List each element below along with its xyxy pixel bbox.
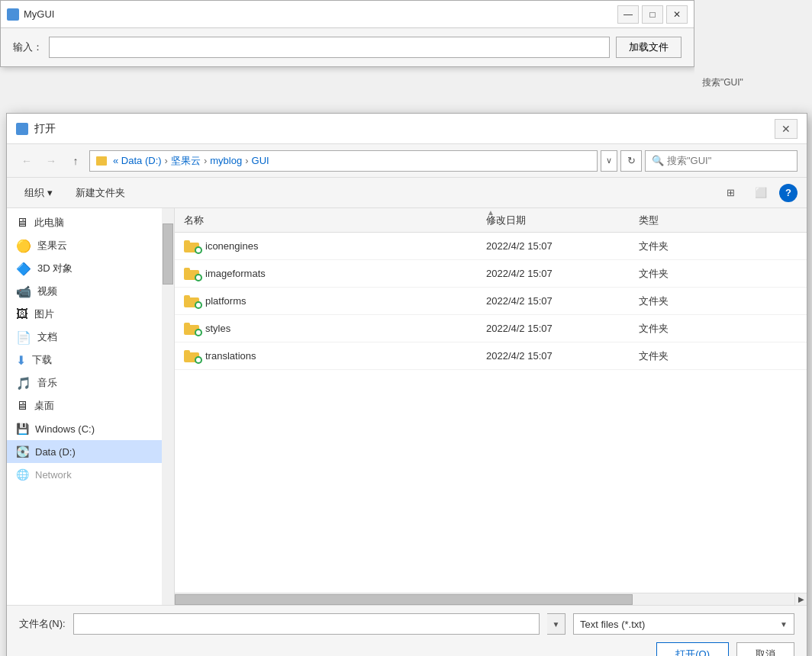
file-cell-name-platforms: platforms <box>175 295 480 307</box>
bottom-row-filename: 文件名(N): ▼ Text files (*.txt) ▼ <box>19 613 794 635</box>
col-header-type[interactable]: 类型 <box>633 214 724 227</box>
table-row[interactable]: platforms 2022/4/2 15:07 文件夹 <box>175 288 807 315</box>
folder-icon-platforms <box>184 295 199 307</box>
mygui-window: MyGUI — □ ✕ 输入： 加载文件 <box>0 0 694 67</box>
mygui-titlebar: MyGUI — □ ✕ <box>1 1 694 28</box>
organize-btn[interactable]: 组织 ▾ <box>16 183 61 203</box>
search-icon: 🔍 <box>652 155 664 166</box>
horizontal-scrollbar[interactable]: ▶ <box>175 593 807 605</box>
pane-btn[interactable]: ⬜ <box>749 182 773 204</box>
mygui-input[interactable] <box>49 37 610 58</box>
left-panel-scrollbar[interactable] <box>162 208 174 605</box>
dialog-titlebar: 打开 ✕ <box>7 114 807 144</box>
video-icon: 📹 <box>16 285 31 299</box>
network-icon: 🌐 <box>16 468 29 481</box>
mygui-close-btn[interactable]: ✕ <box>666 5 688 24</box>
mygui-input-label: 输入： <box>13 40 43 54</box>
desktop-icon: 🖥 <box>16 399 28 413</box>
file-date-styles: 2022/4/2 15:07 <box>480 323 633 334</box>
dialog-title: 打开 <box>34 122 56 136</box>
sidebar-item-jianguoyun[interactable]: 🟡 坚果云 <box>7 234 174 257</box>
mygui-titlebar-btns: — □ ✕ <box>617 5 688 24</box>
file-type-translations: 文件夹 <box>633 349 724 363</box>
dialog-title-icon <box>16 123 28 135</box>
sidebar-label-jianguoyun: 坚果云 <box>37 239 67 252</box>
sidebar-label-drive-d: Data (D:) <box>35 446 76 458</box>
dialog-close-btn[interactable]: ✕ <box>775 119 798 139</box>
file-date-imageformats: 2022/4/2 15:07 <box>480 268 633 279</box>
view-mode-btn[interactable]: ⊞ <box>718 182 743 204</box>
sidebar-item-video[interactable]: 📹 视频 <box>7 280 174 303</box>
scroll-up-arrow: ▲ <box>487 208 495 217</box>
filename-label: 文件名(N): <box>19 617 66 631</box>
left-panel: 🖥 此电脑 🟡 坚果云 🔷 3D 对象 📹 视频 <box>7 208 175 605</box>
breadcrumb-folder-icon <box>96 156 107 166</box>
mygui-minimize-btn[interactable]: — <box>617 5 639 24</box>
breadcrumb-gui[interactable]: GUI <box>252 155 269 166</box>
filetype-select[interactable]: Text files (*.txt) ▼ <box>573 613 794 635</box>
csdn-search-label: 搜索"GUI" <box>702 76 804 89</box>
table-row[interactable]: styles 2022/4/2 15:07 文件夹 <box>175 315 807 342</box>
sidebar-label-music: 音乐 <box>37 376 57 390</box>
col-header-name[interactable]: 名称 <box>175 214 480 227</box>
filename-dropdown-btn[interactable]: ▼ <box>547 613 566 635</box>
nav-back-btn[interactable]: ← <box>16 150 37 172</box>
nav-forward-btn[interactable]: → <box>40 150 62 172</box>
this-pc-icon: 🖥 <box>16 216 28 230</box>
nav-up-btn[interactable]: ↑ <box>65 150 86 172</box>
table-row[interactable]: imageformats 2022/4/2 15:07 文件夹 <box>175 260 807 288</box>
help-btn[interactable]: ? <box>779 184 798 202</box>
sidebar-item-downloads[interactable]: ⬇ 下载 <box>7 349 174 371</box>
sidebar-item-music[interactable]: 🎵 音乐 <box>7 371 174 394</box>
h-scroll-right-btn[interactable]: ▶ <box>794 593 807 606</box>
sidebar-item-3d[interactable]: 🔷 3D 对象 <box>7 257 174 280</box>
file-list-header: ▲ 名称 修改日期 类型 <box>175 208 807 233</box>
sidebar-label-this-pc: 此电脑 <box>34 216 64 230</box>
open-button[interactable]: 打开(O) <box>656 642 729 656</box>
sidebar-item-pictures[interactable]: 🖼 图片 <box>7 303 174 326</box>
drive-c-icon: 💾 <box>16 423 29 435</box>
sidebar-label-pictures: 图片 <box>34 307 54 321</box>
mygui-title: MyGUI <box>24 8 54 20</box>
sidebar-item-drive-d[interactable]: 💽 Data (D:) <box>7 440 174 463</box>
sidebar-item-desktop[interactable]: 🖥 桌面 <box>7 394 174 417</box>
breadcrumb-data[interactable]: « Data (D:) <box>113 155 162 166</box>
mygui-title-left: MyGUI <box>7 8 54 21</box>
csdn-sidebar: 搜索"GUI" <box>694 0 812 105</box>
search-bar[interactable]: 🔍 搜索"GUI" <box>645 150 798 172</box>
sidebar-item-this-pc[interactable]: 🖥 此电脑 <box>7 211 174 234</box>
breadcrumb-cloud[interactable]: 坚果云 <box>171 154 201 168</box>
sidebar-label-video: 视频 <box>37 285 57 298</box>
breadcrumb-myblog[interactable]: myblog <box>210 155 242 166</box>
file-name-translations: translations <box>205 350 256 362</box>
filetype-label: Text files (*.txt) <box>580 619 645 630</box>
search-placeholder: 搜索"GUI" <box>667 154 711 168</box>
sidebar-item-network[interactable]: 🌐 Network <box>7 463 174 486</box>
sidebar-item-documents[interactable]: 📄 文档 <box>7 326 174 349</box>
sidebar-label-3d: 3D 对象 <box>37 262 72 275</box>
cancel-button[interactable]: 取消 <box>736 642 794 656</box>
col-header-date[interactable]: 修改日期 <box>480 214 633 227</box>
mygui-load-button[interactable]: 加载文件 <box>616 37 682 58</box>
left-scroll-thumb[interactable] <box>163 223 173 285</box>
new-folder-btn[interactable]: 新建文件夹 <box>67 183 134 203</box>
dialog-bottom: 文件名(N): ▼ Text files (*.txt) ▼ 打开(O) 取消 <box>7 605 807 656</box>
file-type-platforms: 文件夹 <box>633 294 724 308</box>
table-row[interactable]: iconengines 2022/4/2 15:07 文件夹 <box>175 233 807 260</box>
table-row[interactable]: translations 2022/4/2 15:07 文件夹 <box>175 342 807 370</box>
dialog-content: 🖥 此电脑 🟡 坚果云 🔷 3D 对象 📹 视频 <box>7 208 807 605</box>
nav-refresh-btn[interactable]: ↻ <box>620 150 642 172</box>
folder-icon-translations <box>184 350 199 362</box>
downloads-icon: ⬇ <box>16 353 26 368</box>
file-cell-name-iconengines: iconengines <box>175 240 480 252</box>
filename-input[interactable] <box>73 613 540 635</box>
sidebar-label-downloads: 下载 <box>32 353 52 367</box>
file-type-imageformats: 文件夹 <box>633 267 724 281</box>
dialog-toolbar: 组织 ▾ 新建文件夹 ⊞ ⬜ ? <box>7 178 807 208</box>
right-panel: ▲ 名称 修改日期 类型 iconengines <box>175 208 807 605</box>
nav-path-dropdown[interactable]: ∨ <box>601 150 617 172</box>
sidebar-item-drive-c[interactable]: 💾 Windows (C:) <box>7 417 174 440</box>
h-scroll-thumb[interactable] <box>175 594 633 605</box>
file-list-body: iconengines 2022/4/2 15:07 文件夹 imageform… <box>175 233 807 593</box>
mygui-maximize-btn[interactable]: □ <box>642 5 663 24</box>
